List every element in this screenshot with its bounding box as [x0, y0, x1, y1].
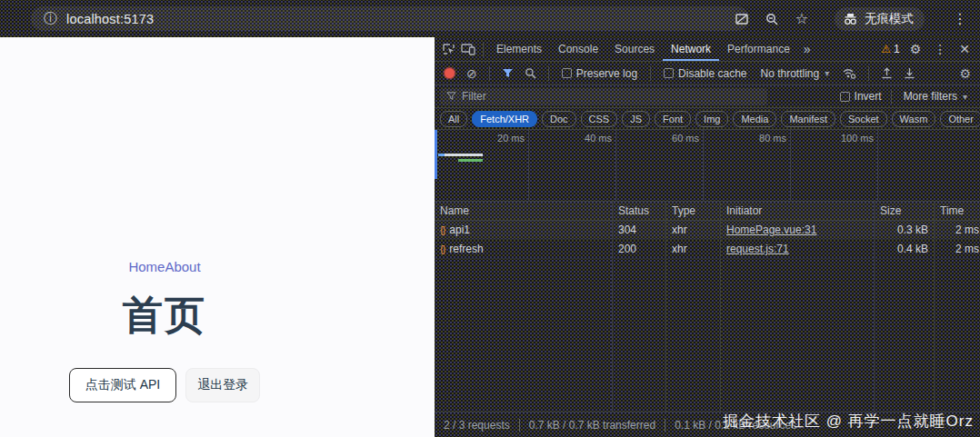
gridline — [615, 130, 616, 201]
logout-button[interactable]: 退出登录 — [185, 368, 260, 402]
clear-icon[interactable]: ⊘ — [463, 66, 481, 81]
column-header-status[interactable]: Status — [613, 202, 666, 220]
warning-count: 1 — [894, 43, 900, 55]
request-status: 304 — [613, 221, 666, 239]
bookmark-star-icon[interactable]: ☆ — [794, 11, 810, 27]
column-header-time[interactable]: Time — [935, 202, 980, 220]
network-filter-row: Invert More filters ▾ — [435, 85, 980, 108]
throttling-select[interactable]: No throttling ▾ — [760, 67, 829, 80]
request-size: 0.3 kB — [875, 221, 935, 239]
table-row-refresh[interactable]: {}refresh 200 xhr request.js:71 0.4 kB 2… — [435, 240, 980, 259]
checkbox-icon — [562, 68, 572, 78]
chip-all[interactable]: All — [440, 111, 467, 127]
chip-doc[interactable]: Doc — [542, 111, 576, 127]
search-icon[interactable] — [521, 67, 540, 79]
tick-label: 20 ms — [485, 133, 525, 144]
devtools-settings-icon[interactable]: ⚙ — [904, 42, 928, 56]
record-icon[interactable] — [445, 68, 455, 78]
request-type-chips: All Fetch/XHR Doc CSS JS Font Img Media … — [435, 108, 980, 130]
chip-css[interactable]: CSS — [581, 111, 618, 127]
chip-socket[interactable]: Socket — [840, 111, 887, 127]
network-overview-timeline[interactable]: 20 ms 40 ms 60 ms 80 ms 100 ms — [435, 130, 980, 202]
column-header-name[interactable]: Name — [435, 202, 613, 220]
tab-console[interactable]: Console — [550, 37, 606, 61]
send-icon[interactable] — [734, 11, 750, 27]
chip-img[interactable]: Img — [695, 111, 728, 127]
network-settings-icon[interactable]: ⚙ — [955, 66, 975, 81]
tick-label: 80 ms — [746, 133, 786, 144]
initiator-link[interactable]: HomePage.vue:31 — [726, 223, 816, 236]
disable-cache-checkbox[interactable]: Disable cache — [664, 67, 746, 80]
url-text[interactable]: localhost:5173 — [66, 12, 154, 26]
gridline — [703, 130, 704, 201]
chip-wasm[interactable]: Wasm — [892, 111, 936, 127]
request-size: 0.4 kB — [875, 240, 935, 258]
device-toolbar-icon[interactable] — [458, 43, 478, 55]
chip-manifest[interactable]: Manifest — [781, 111, 835, 127]
column-header-initiator[interactable]: Initiator — [721, 202, 875, 220]
column-header-size[interactable]: Size — [875, 202, 935, 220]
screen: ⓘ localhost:5173 ☆ 无痕模式 ⋮ HomeAbout 首页 — [0, 0, 980, 437]
column-header-type[interactable]: Type — [666, 202, 721, 220]
invert-checkbox[interactable]: Invert — [840, 90, 882, 103]
preserve-log-checkbox[interactable]: Preserve log — [562, 67, 637, 80]
gridline — [877, 130, 878, 201]
requests-table-header: Name Status Type Initiator Size Time — [435, 202, 980, 221]
filter-input[interactable] — [462, 90, 735, 103]
chip-fetch-xhr[interactable]: Fetch/XHR — [472, 111, 537, 127]
devtools-menu-icon[interactable]: ⋮ — [927, 42, 953, 56]
browser-topbar: ⓘ localhost:5173 ☆ 无痕模式 ⋮ — [0, 0, 980, 37]
request-time: 2 ms — [935, 240, 980, 258]
tab-sources[interactable]: Sources — [606, 37, 663, 61]
chevron-down-icon: ▾ — [825, 68, 829, 78]
overview-bar-api1 — [438, 154, 483, 156]
request-status: 200 — [613, 240, 666, 258]
checkbox-icon — [664, 68, 674, 78]
devtools-tabbar: Elements Console Sources Network Perform… — [435, 37, 980, 62]
site-info-icon[interactable]: ⓘ — [44, 10, 57, 27]
more-tabs-icon[interactable]: » — [798, 42, 816, 56]
incognito-label: 无痕模式 — [865, 11, 914, 27]
chip-js[interactable]: JS — [622, 111, 650, 127]
zoom-icon[interactable] — [764, 11, 780, 27]
nav-links: HomeAbout — [0, 259, 329, 274]
chevron-down-icon: ▾ — [963, 92, 967, 102]
issues-badge[interactable]: ⚠ 1 — [877, 43, 903, 55]
address-bar[interactable]: ⓘ localhost:5173 — [31, 6, 749, 31]
tab-performance[interactable]: Performance — [719, 37, 798, 61]
export-har-icon[interactable] — [900, 67, 919, 79]
browser-menu-icon[interactable]: ⋮ — [947, 10, 973, 27]
funnel-icon — [446, 92, 456, 101]
network-conditions-icon[interactable] — [838, 67, 860, 79]
chip-other[interactable]: Other — [940, 111, 980, 127]
requests-summary: 2 / 3 requests — [444, 419, 519, 432]
tab-elements[interactable]: Elements — [488, 37, 550, 61]
initiator-link[interactable]: request.js:71 — [726, 243, 789, 255]
filter-toggle-icon[interactable] — [498, 68, 517, 79]
test-api-button[interactable]: 点击测试 API — [69, 368, 176, 402]
gridline — [790, 130, 791, 201]
chip-media[interactable]: Media — [733, 111, 776, 127]
table-empty-area — [435, 259, 980, 412]
xhr-icon: {} — [440, 243, 445, 254]
chip-font[interactable]: Font — [655, 111, 691, 127]
overview-bar-api1-start — [438, 154, 445, 156]
request-type: xhr — [666, 240, 721, 258]
devtools-panel: Elements Console Sources Network Perform… — [435, 37, 980, 437]
nav-link-about[interactable]: About — [165, 259, 200, 274]
import-har-icon[interactable] — [877, 67, 896, 79]
inspect-element-icon[interactable] — [438, 43, 458, 56]
more-filters-dropdown[interactable]: More filters ▾ — [896, 90, 975, 103]
request-name: api1 — [449, 223, 470, 236]
overview-selection-handle[interactable] — [435, 130, 437, 179]
tab-network[interactable]: Network — [663, 37, 719, 61]
filter-box — [440, 88, 767, 105]
transferred-summary: 0.7 kB / 0.7 kB transferred — [519, 419, 665, 432]
nav-link-home[interactable]: Home — [128, 259, 165, 274]
app-page: HomeAbout 首页 点击测试 API 退出登录 — [0, 37, 435, 437]
table-row-api1[interactable]: {}api1 304 xhr HomePage.vue:31 0.3 kB 2 … — [435, 221, 980, 240]
watermark: 掘金技术社区 @ 再学一点就睡Orz — [723, 411, 974, 432]
tick-label: 100 ms — [834, 133, 874, 144]
devtools-close-icon[interactable]: ✕ — [953, 42, 976, 56]
gridline — [528, 130, 529, 201]
